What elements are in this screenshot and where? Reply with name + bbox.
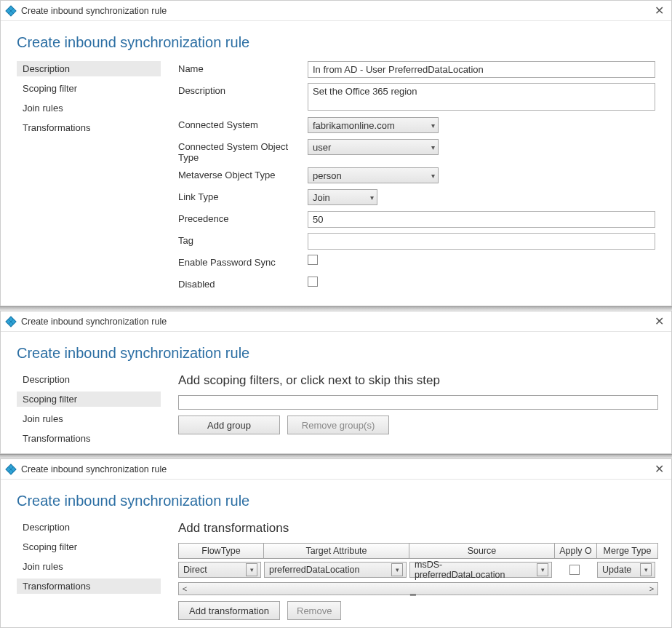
flowtype-select[interactable]: Direct▾ — [178, 562, 261, 578]
link-type-value: Join — [313, 192, 364, 203]
sidebar-item-label: Transformations — [23, 122, 90, 133]
sidebar-item-label: Scoping filter — [23, 394, 77, 405]
target-attribute-value: preferredDataLocation — [269, 565, 387, 575]
precedence-label: Precedence — [178, 211, 308, 224]
sidebar-item-description[interactable]: Description — [17, 520, 161, 535]
sidebar-item-label: Join rules — [23, 413, 63, 424]
remove-groups-button[interactable]: Remove group(s) — [287, 416, 389, 434]
chevron-down-icon: ▾ — [537, 563, 548, 576]
cs-object-type-select[interactable]: user▾ — [308, 139, 439, 155]
window-title: Create inbound synchronization rule — [21, 317, 652, 327]
scoping-filter-content: Add scoping filters, or click next to sk… — [161, 372, 658, 446]
tag-label: Tag — [178, 233, 308, 246]
sidebar-item-label: Transformations — [23, 433, 90, 444]
page-title: Create inbound synchronization rule — [1, 480, 671, 520]
scroll-left-icon[interactable]: < — [179, 584, 191, 593]
disabled-checkbox[interactable] — [308, 277, 318, 287]
description-label: Description — [178, 83, 308, 96]
scroll-right-icon[interactable]: > — [646, 584, 657, 593]
button-label: Add transformation — [189, 605, 269, 616]
sidebar-item-description[interactable]: Description — [17, 61, 161, 76]
grid-header-merge[interactable]: Merge Type — [597, 543, 658, 559]
description-input[interactable]: Set the Office 365 region — [308, 83, 655, 111]
button-label: Add group — [207, 420, 251, 431]
page-title: Create inbound synchronization rule — [1, 332, 671, 372]
sidebar-item-label: Scoping filter — [23, 541, 77, 552]
sidebar-item-description[interactable]: Description — [17, 372, 161, 387]
precedence-input[interactable] — [308, 211, 655, 228]
sidebar-item-label: Description — [23, 374, 70, 385]
close-icon[interactable]: ✕ — [652, 462, 667, 476]
cs-object-type-value: user — [313, 142, 425, 153]
sidebar-item-transformations[interactable]: Transformations — [17, 120, 161, 135]
grid-header-target[interactable]: Target Attribute — [264, 543, 409, 559]
merge-type-value: Update — [602, 565, 636, 575]
sidebar-item-label: Join rules — [23, 103, 63, 114]
enable-pwd-sync-checkbox[interactable] — [308, 255, 318, 265]
panel-description: Create inbound synchronization rule ✕ Cr… — [0, 0, 672, 306]
horizontal-scrollbar[interactable]: < ━ > — [178, 582, 658, 595]
panel-scoping-filter: Create inbound synchronization rule ✕ Cr… — [0, 311, 672, 454]
sidebar-item-label: Join rules — [23, 561, 63, 572]
source-value: msDS-preferredDataLocation — [415, 560, 532, 580]
sidebar-item-scoping-filter[interactable]: Scoping filter — [17, 539, 161, 554]
sidebar-item-label: Description — [23, 522, 70, 533]
add-group-button[interactable]: Add group — [178, 416, 280, 434]
sidebar-item-join-rules[interactable]: Join rules — [17, 559, 161, 574]
button-label: Remove group(s) — [302, 420, 375, 431]
wizard-sidebar: Description Scoping filter Join rules Tr… — [17, 520, 161, 620]
chevron-down-icon: ▾ — [640, 563, 652, 576]
chevron-down-icon: ▾ — [246, 563, 257, 576]
window-title: Create inbound synchronization rule — [21, 6, 652, 16]
description-form: Name Description Set the Office 365 regi… — [161, 61, 655, 298]
page-title: Create inbound synchronization rule — [1, 21, 671, 61]
target-attribute-select[interactable]: preferredDataLocation▾ — [264, 562, 407, 578]
name-label: Name — [178, 61, 308, 74]
chevron-down-icon: ▾ — [431, 143, 435, 151]
close-icon[interactable]: ✕ — [652, 314, 667, 328]
app-icon — [5, 316, 17, 327]
section-title: Add scoping filters, or click next to sk… — [178, 372, 658, 395]
scoping-filter-list[interactable] — [178, 395, 658, 410]
connected-system-value: fabrikamonline.com — [313, 120, 425, 131]
scroll-thumb[interactable]: ━ — [404, 591, 422, 598]
sidebar-item-label: Scoping filter — [23, 83, 77, 94]
chevron-down-icon: ▾ — [431, 172, 435, 180]
grid-header-flowtype[interactable]: FlowType — [178, 543, 264, 559]
connected-system-select[interactable]: fabrikamonline.com▾ — [308, 117, 439, 133]
window-titlebar: Create inbound synchronization rule ✕ — [1, 311, 671, 332]
source-select[interactable]: msDS-preferredDataLocation▾ — [409, 562, 552, 578]
link-type-select[interactable]: Join▾ — [308, 189, 377, 205]
grid-header-apply-once[interactable]: Apply O — [555, 543, 597, 559]
window-title: Create inbound synchronization rule — [21, 464, 652, 474]
remove-button[interactable]: Remove — [287, 601, 341, 620]
section-title: Add transformations — [178, 520, 658, 543]
sidebar-item-label: Description — [23, 63, 70, 74]
mv-object-type-select[interactable]: person▾ — [308, 167, 439, 183]
grid-header-source[interactable]: Source — [409, 543, 555, 559]
grid-row: Direct▾ preferredDataLocation▾ msDS-pref… — [178, 562, 658, 578]
sidebar-item-join-rules[interactable]: Join rules — [17, 100, 161, 116]
wizard-sidebar: Description Scoping filter Join rules Tr… — [17, 372, 161, 446]
button-label: Remove — [297, 605, 332, 616]
sidebar-item-scoping-filter[interactable]: Scoping filter — [17, 391, 161, 407]
tag-input[interactable] — [308, 233, 655, 250]
connected-system-label: Connected System — [178, 117, 308, 130]
wizard-sidebar: Description Scoping filter Join rules Tr… — [17, 61, 161, 298]
mv-object-type-value: person — [313, 170, 425, 181]
close-icon[interactable]: ✕ — [652, 4, 667, 17]
apply-once-checkbox[interactable] — [569, 565, 580, 575]
name-input[interactable] — [308, 61, 655, 78]
merge-type-select[interactable]: Update▾ — [597, 562, 655, 578]
sidebar-item-join-rules[interactable]: Join rules — [17, 411, 161, 426]
panel-transformations: Create inbound synchronization rule ✕ Cr… — [0, 458, 672, 628]
app-icon — [5, 464, 17, 475]
add-transformation-button[interactable]: Add transformation — [178, 601, 280, 620]
cs-object-type-label: Connected System Object Type — [178, 139, 308, 163]
sidebar-item-transformations[interactable]: Transformations — [17, 431, 161, 446]
sidebar-item-scoping-filter[interactable]: Scoping filter — [17, 81, 161, 96]
chevron-down-icon: ▾ — [370, 194, 374, 202]
chevron-down-icon: ▾ — [391, 563, 403, 576]
sidebar-item-transformations[interactable]: Transformations — [17, 579, 161, 594]
disabled-label: Disabled — [178, 277, 308, 290]
